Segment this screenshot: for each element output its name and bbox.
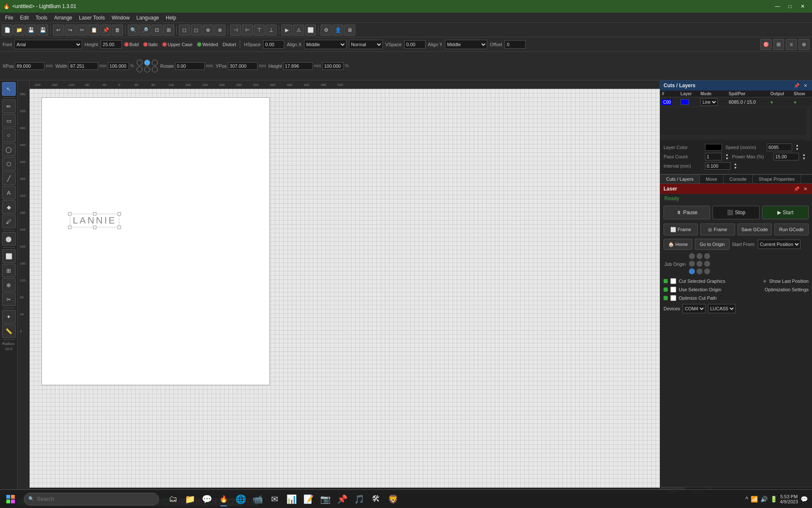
origin-tm[interactable]: [697, 253, 702, 259]
text-tool[interactable]: A: [2, 186, 16, 199]
laser-stop-btn[interactable]: ⚠: [293, 25, 304, 36]
canvas-grid[interactable]: LANNIE: [30, 89, 660, 488]
align-r-btn[interactable]: ⊢: [242, 25, 253, 36]
shape-radio-2[interactable]: [144, 60, 150, 66]
canvas-area[interactable]: 560 520 480 440 400 360 320 280 240 200 …: [18, 80, 660, 496]
settings-btn[interactable]: ⚙: [321, 25, 332, 36]
origin-tl[interactable]: [689, 253, 695, 259]
node-tool[interactable]: ◆: [2, 200, 16, 214]
interval-input[interactable]: [705, 162, 730, 170]
save-gcode-btn[interactable]: Save GCode: [738, 224, 772, 235]
zoom-out-btn[interactable]: 🔎: [140, 25, 151, 36]
speed-input[interactable]: [767, 144, 792, 151]
rotate-input[interactable]: [175, 62, 205, 70]
offset-input[interactable]: [505, 40, 526, 49]
speed-down[interactable]: ▼: [796, 147, 799, 151]
polygon-tool[interactable]: ⬡: [2, 157, 16, 171]
shape-radio-4[interactable]: [137, 66, 143, 72]
weld-tool[interactable]: ⊕: [2, 278, 16, 292]
device-btn[interactable]: 🖥: [344, 25, 355, 36]
xpos-input[interactable]: [15, 62, 44, 70]
handle-tl[interactable]: [68, 212, 71, 215]
speed-stepper[interactable]: ▲ ▼: [796, 144, 799, 151]
power-up[interactable]: ▲: [802, 153, 806, 157]
tool-icon-1[interactable]: 🎯: [760, 39, 771, 50]
tab-move[interactable]: Move: [700, 175, 724, 183]
tab-console[interactable]: Console: [724, 175, 753, 183]
align-y-select[interactable]: Middle: [445, 40, 487, 49]
hspace-input[interactable]: [263, 40, 284, 49]
taskbar-chat[interactable]: 💬: [199, 491, 215, 507]
taskbar-zoom[interactable]: 📹: [250, 491, 266, 507]
origin-bm[interactable]: [697, 268, 702, 274]
circle-tool[interactable]: ○: [2, 128, 16, 142]
laser-run-btn[interactable]: ▶: [281, 25, 292, 36]
layer-mode-select[interactable]: Line: [700, 98, 718, 106]
taskbar-spotify[interactable]: 🎵: [351, 491, 367, 507]
taskbar-pinterest[interactable]: 📌: [334, 491, 350, 507]
tray-notification[interactable]: 💬: [801, 496, 808, 502]
power-stepper[interactable]: ▲ ▼: [802, 153, 806, 160]
handle-bl[interactable]: [68, 226, 71, 229]
tool-icon-2[interactable]: ⊞: [773, 39, 784, 50]
taskbar-instagram[interactable]: 📷: [317, 491, 333, 507]
pause-button[interactable]: ⏸ Pause: [664, 206, 710, 219]
tool-icon-3[interactable]: ≡: [786, 39, 797, 50]
ungroup-btn[interactable]: ◻: [191, 25, 202, 36]
interval-stepper[interactable]: ▲ ▼: [734, 162, 737, 170]
taskbar-excel[interactable]: 📊: [283, 491, 299, 507]
align-l-btn[interactable]: ⊣: [230, 25, 241, 36]
text-object-container[interactable]: LANNIE: [70, 214, 119, 227]
fill-tool[interactable]: ⬤: [2, 232, 16, 246]
tab-shape-props[interactable]: Shape Properties: [753, 175, 801, 183]
home-btn[interactable]: 🏠 Home: [664, 239, 692, 250]
height-pct[interactable]: [322, 62, 343, 70]
laser-close-btn[interactable]: ✕: [802, 185, 809, 192]
start-button[interactable]: [0, 490, 21, 508]
rect-tool[interactable]: ▭: [2, 114, 16, 127]
tab-cuts-layers[interactable]: Cuts / Layers: [660, 175, 700, 183]
bool-btn[interactable]: ⊕: [203, 25, 214, 36]
frame-btn-1[interactable]: ⬜ Frame: [664, 224, 698, 235]
normal-select[interactable]: Normal: [349, 40, 383, 49]
origin-br[interactable]: [704, 268, 710, 274]
taskbar-other2[interactable]: 🦁: [385, 491, 401, 507]
font-height-input[interactable]: [101, 40, 122, 49]
maximize-button[interactable]: □: [784, 2, 796, 11]
close-button[interactable]: ✕: [797, 2, 809, 11]
group-btn[interactable]: ◻: [179, 25, 190, 36]
open-btn[interactable]: 📁: [14, 25, 25, 36]
taskbar-other[interactable]: 🛠: [368, 491, 384, 507]
pass-down[interactable]: ▼: [725, 157, 729, 160]
power-max-input[interactable]: [774, 153, 799, 160]
line-tool[interactable]: ╱: [2, 171, 16, 185]
align-t-btn[interactable]: ⊤: [254, 25, 265, 36]
cam-btn[interactable]: 👤: [332, 25, 343, 36]
origin-mr[interactable]: [704, 261, 710, 267]
power-down[interactable]: ▼: [802, 157, 806, 160]
pin-button[interactable]: 📌: [793, 82, 800, 89]
menu-arrange[interactable]: Arrange: [51, 14, 76, 22]
frame-btn-2[interactable]: ◎ Frame: [700, 224, 735, 235]
welded-check-label[interactable]: Welded: [197, 42, 218, 47]
handle-bm[interactable]: [93, 226, 96, 229]
menu-file[interactable]: File: [2, 14, 16, 22]
menu-window[interactable]: Window: [108, 14, 133, 22]
handle-tm[interactable]: [93, 212, 96, 215]
cut-btn[interactable]: ✂: [77, 25, 88, 36]
zoom-fit-btn[interactable]: ⊞: [163, 25, 174, 36]
close-panel-button[interactable]: ✕: [802, 82, 809, 89]
ellipse-tool[interactable]: ◯: [2, 143, 16, 156]
distort-check-label[interactable]: Distort: [222, 42, 236, 47]
output-indicator[interactable]: ●: [770, 99, 773, 105]
weld-btn[interactable]: ⊗: [214, 25, 225, 36]
align-b-btn[interactable]: ⊥: [266, 25, 277, 36]
save-btn[interactable]: 💾: [25, 25, 36, 36]
search-box[interactable]: 🔍: [24, 493, 159, 505]
origin-bl[interactable]: [689, 268, 695, 274]
measure-tool[interactable]: 📏: [2, 324, 16, 338]
uppercase-check-label[interactable]: Upper Case: [162, 42, 192, 47]
font-select[interactable]: Arial: [14, 40, 82, 49]
device-name-select[interactable]: LUCAS5: [708, 304, 735, 313]
menu-help[interactable]: Help: [162, 14, 180, 22]
